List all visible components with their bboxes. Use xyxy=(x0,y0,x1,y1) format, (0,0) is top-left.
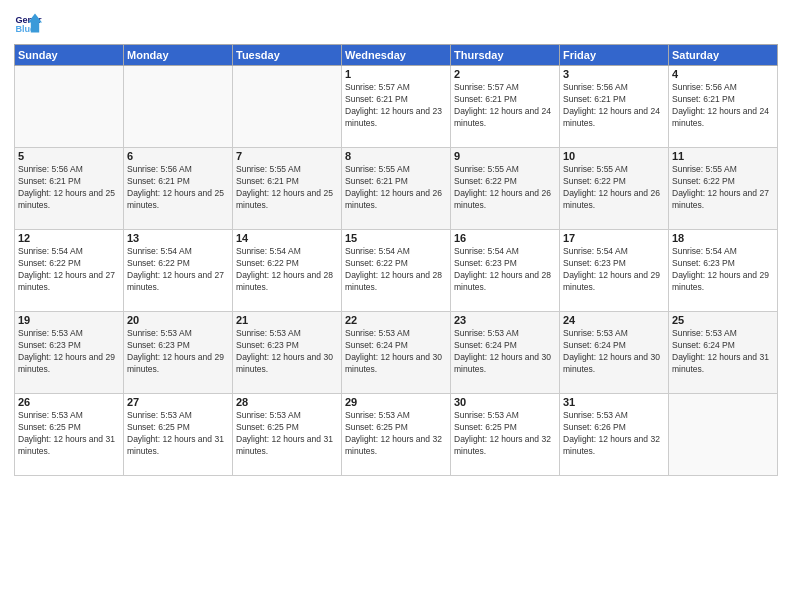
day-info: Sunrise: 5:53 AMSunset: 6:24 PMDaylight:… xyxy=(672,328,774,376)
day-info: Sunrise: 5:55 AMSunset: 6:21 PMDaylight:… xyxy=(345,164,447,212)
calendar-cell xyxy=(669,394,778,476)
calendar-cell: 24Sunrise: 5:53 AMSunset: 6:24 PMDayligh… xyxy=(560,312,669,394)
day-number: 27 xyxy=(127,396,229,408)
calendar-week-row: 12Sunrise: 5:54 AMSunset: 6:22 PMDayligh… xyxy=(15,230,778,312)
day-info: Sunrise: 5:56 AMSunset: 6:21 PMDaylight:… xyxy=(563,82,665,130)
calendar-cell: 18Sunrise: 5:54 AMSunset: 6:23 PMDayligh… xyxy=(669,230,778,312)
day-number: 11 xyxy=(672,150,774,162)
day-info: Sunrise: 5:54 AMSunset: 6:23 PMDaylight:… xyxy=(454,246,556,294)
day-info: Sunrise: 5:55 AMSunset: 6:21 PMDaylight:… xyxy=(236,164,338,212)
day-number: 6 xyxy=(127,150,229,162)
day-number: 18 xyxy=(672,232,774,244)
day-info: Sunrise: 5:55 AMSunset: 6:22 PMDaylight:… xyxy=(672,164,774,212)
day-number: 20 xyxy=(127,314,229,326)
day-info: Sunrise: 5:53 AMSunset: 6:25 PMDaylight:… xyxy=(345,410,447,458)
day-number: 21 xyxy=(236,314,338,326)
calendar-week-row: 19Sunrise: 5:53 AMSunset: 6:23 PMDayligh… xyxy=(15,312,778,394)
day-info: Sunrise: 5:55 AMSunset: 6:22 PMDaylight:… xyxy=(454,164,556,212)
calendar-cell xyxy=(15,66,124,148)
day-number: 3 xyxy=(563,68,665,80)
calendar-cell xyxy=(233,66,342,148)
day-info: Sunrise: 5:56 AMSunset: 6:21 PMDaylight:… xyxy=(672,82,774,130)
calendar-day-header: Sunday xyxy=(15,45,124,66)
calendar-day-header: Wednesday xyxy=(342,45,451,66)
calendar-cell: 5Sunrise: 5:56 AMSunset: 6:21 PMDaylight… xyxy=(15,148,124,230)
calendar-cell: 6Sunrise: 5:56 AMSunset: 6:21 PMDaylight… xyxy=(124,148,233,230)
day-info: Sunrise: 5:54 AMSunset: 6:22 PMDaylight:… xyxy=(18,246,120,294)
day-info: Sunrise: 5:53 AMSunset: 6:24 PMDaylight:… xyxy=(563,328,665,376)
calendar-day-header: Monday xyxy=(124,45,233,66)
day-number: 12 xyxy=(18,232,120,244)
day-info: Sunrise: 5:53 AMSunset: 6:24 PMDaylight:… xyxy=(345,328,447,376)
calendar-day-header: Saturday xyxy=(669,45,778,66)
day-info: Sunrise: 5:56 AMSunset: 6:21 PMDaylight:… xyxy=(18,164,120,212)
calendar-cell: 20Sunrise: 5:53 AMSunset: 6:23 PMDayligh… xyxy=(124,312,233,394)
day-info: Sunrise: 5:56 AMSunset: 6:21 PMDaylight:… xyxy=(127,164,229,212)
calendar-cell: 14Sunrise: 5:54 AMSunset: 6:22 PMDayligh… xyxy=(233,230,342,312)
day-number: 30 xyxy=(454,396,556,408)
calendar-cell: 12Sunrise: 5:54 AMSunset: 6:22 PMDayligh… xyxy=(15,230,124,312)
calendar-cell: 15Sunrise: 5:54 AMSunset: 6:22 PMDayligh… xyxy=(342,230,451,312)
page: General Blue SundayMondayTuesdayWednesda… xyxy=(0,0,792,612)
day-number: 22 xyxy=(345,314,447,326)
calendar-cell: 9Sunrise: 5:55 AMSunset: 6:22 PMDaylight… xyxy=(451,148,560,230)
day-number: 5 xyxy=(18,150,120,162)
day-info: Sunrise: 5:53 AMSunset: 6:23 PMDaylight:… xyxy=(18,328,120,376)
logo: General Blue xyxy=(14,10,44,38)
day-number: 15 xyxy=(345,232,447,244)
calendar-cell: 7Sunrise: 5:55 AMSunset: 6:21 PMDaylight… xyxy=(233,148,342,230)
day-info: Sunrise: 5:55 AMSunset: 6:22 PMDaylight:… xyxy=(563,164,665,212)
calendar-cell: 27Sunrise: 5:53 AMSunset: 6:25 PMDayligh… xyxy=(124,394,233,476)
calendar-cell: 21Sunrise: 5:53 AMSunset: 6:23 PMDayligh… xyxy=(233,312,342,394)
header: General Blue xyxy=(14,10,778,38)
day-info: Sunrise: 5:57 AMSunset: 6:21 PMDaylight:… xyxy=(454,82,556,130)
day-number: 26 xyxy=(18,396,120,408)
calendar-cell: 8Sunrise: 5:55 AMSunset: 6:21 PMDaylight… xyxy=(342,148,451,230)
calendar-cell: 30Sunrise: 5:53 AMSunset: 6:25 PMDayligh… xyxy=(451,394,560,476)
day-number: 16 xyxy=(454,232,556,244)
day-info: Sunrise: 5:54 AMSunset: 6:22 PMDaylight:… xyxy=(236,246,338,294)
calendar-cell: 16Sunrise: 5:54 AMSunset: 6:23 PMDayligh… xyxy=(451,230,560,312)
day-number: 31 xyxy=(563,396,665,408)
day-info: Sunrise: 5:53 AMSunset: 6:25 PMDaylight:… xyxy=(18,410,120,458)
calendar-cell: 3Sunrise: 5:56 AMSunset: 6:21 PMDaylight… xyxy=(560,66,669,148)
day-number: 8 xyxy=(345,150,447,162)
calendar-week-row: 5Sunrise: 5:56 AMSunset: 6:21 PMDaylight… xyxy=(15,148,778,230)
calendar-cell xyxy=(124,66,233,148)
calendar-day-header: Tuesday xyxy=(233,45,342,66)
day-number: 10 xyxy=(563,150,665,162)
day-number: 24 xyxy=(563,314,665,326)
day-info: Sunrise: 5:54 AMSunset: 6:22 PMDaylight:… xyxy=(127,246,229,294)
calendar-day-header: Thursday xyxy=(451,45,560,66)
calendar-cell: 28Sunrise: 5:53 AMSunset: 6:25 PMDayligh… xyxy=(233,394,342,476)
calendar-cell: 1Sunrise: 5:57 AMSunset: 6:21 PMDaylight… xyxy=(342,66,451,148)
calendar-cell: 26Sunrise: 5:53 AMSunset: 6:25 PMDayligh… xyxy=(15,394,124,476)
calendar-week-row: 26Sunrise: 5:53 AMSunset: 6:25 PMDayligh… xyxy=(15,394,778,476)
day-info: Sunrise: 5:53 AMSunset: 6:24 PMDaylight:… xyxy=(454,328,556,376)
day-number: 25 xyxy=(672,314,774,326)
day-number: 7 xyxy=(236,150,338,162)
day-number: 2 xyxy=(454,68,556,80)
calendar-cell: 19Sunrise: 5:53 AMSunset: 6:23 PMDayligh… xyxy=(15,312,124,394)
calendar-cell: 31Sunrise: 5:53 AMSunset: 6:26 PMDayligh… xyxy=(560,394,669,476)
calendar-week-row: 1Sunrise: 5:57 AMSunset: 6:21 PMDaylight… xyxy=(15,66,778,148)
calendar-header-row: SundayMondayTuesdayWednesdayThursdayFrid… xyxy=(15,45,778,66)
calendar-cell: 29Sunrise: 5:53 AMSunset: 6:25 PMDayligh… xyxy=(342,394,451,476)
day-number: 19 xyxy=(18,314,120,326)
day-number: 28 xyxy=(236,396,338,408)
day-number: 17 xyxy=(563,232,665,244)
day-number: 29 xyxy=(345,396,447,408)
day-info: Sunrise: 5:53 AMSunset: 6:26 PMDaylight:… xyxy=(563,410,665,458)
calendar-cell: 22Sunrise: 5:53 AMSunset: 6:24 PMDayligh… xyxy=(342,312,451,394)
day-info: Sunrise: 5:53 AMSunset: 6:25 PMDaylight:… xyxy=(236,410,338,458)
day-info: Sunrise: 5:53 AMSunset: 6:23 PMDaylight:… xyxy=(127,328,229,376)
day-info: Sunrise: 5:54 AMSunset: 6:22 PMDaylight:… xyxy=(345,246,447,294)
day-info: Sunrise: 5:57 AMSunset: 6:21 PMDaylight:… xyxy=(345,82,447,130)
calendar-cell: 4Sunrise: 5:56 AMSunset: 6:21 PMDaylight… xyxy=(669,66,778,148)
day-number: 13 xyxy=(127,232,229,244)
logo-icon: General Blue xyxy=(14,10,42,38)
calendar-cell: 25Sunrise: 5:53 AMSunset: 6:24 PMDayligh… xyxy=(669,312,778,394)
day-info: Sunrise: 5:54 AMSunset: 6:23 PMDaylight:… xyxy=(672,246,774,294)
day-info: Sunrise: 5:54 AMSunset: 6:23 PMDaylight:… xyxy=(563,246,665,294)
calendar-cell: 17Sunrise: 5:54 AMSunset: 6:23 PMDayligh… xyxy=(560,230,669,312)
